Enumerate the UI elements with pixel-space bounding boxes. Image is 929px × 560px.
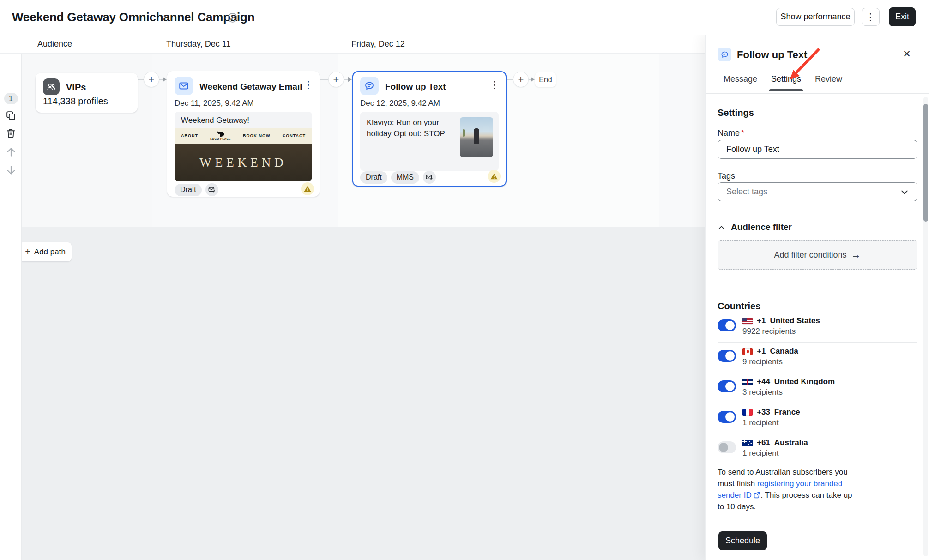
email-icon: [175, 77, 193, 95]
add-filter-label: Add filter conditions: [774, 250, 846, 260]
email-status-badge: Draft: [175, 184, 202, 196]
delete-icon[interactable]: [0, 127, 22, 139]
connector-arrow-icon: [163, 77, 166, 82]
logo-glyph-icon: [214, 131, 226, 137]
column-audience-label: Audience: [37, 39, 72, 49]
audience-filter-toggle[interactable]: Audience filter: [718, 222, 792, 232]
audience-filter-heading: Audience filter: [731, 222, 792, 232]
add-step-button[interactable]: +: [513, 72, 529, 87]
column-day2-label: Friday, Dec 12: [351, 39, 405, 49]
country-name: Australia: [774, 438, 808, 447]
campaign-builder-app: Weekend Getaway Omnichannel Campaign Sho…: [0, 0, 929, 560]
tab-settings[interactable]: Settings: [771, 74, 801, 91]
panel-scrollbar-thumb[interactable]: [923, 104, 928, 222]
audience-profiles-count: 114,338 profiles: [43, 96, 108, 107]
country-name: France: [774, 408, 800, 417]
country-toggle[interactable]: [718, 411, 736, 423]
schedule-button[interactable]: Schedule: [718, 531, 767, 550]
duplicate-icon[interactable]: [0, 110, 22, 121]
column-divider: [659, 35, 659, 54]
audience-people-icon: [43, 78, 60, 95]
audience-card-title: VIPs: [66, 82, 86, 93]
country-row-united-kingdom: +44 United Kingdom 3 recipients: [718, 377, 917, 403]
add-path-label: Add path: [34, 247, 66, 257]
close-icon[interactable]: ✕: [899, 47, 914, 61]
email-preview: Weekend Getaway! ABOUT LOGO PLACE BOOK N…: [175, 112, 312, 181]
panel-sms-chat-icon: [718, 48, 731, 61]
country-code: +44: [757, 377, 770, 386]
email-subject: Weekend Getaway!: [175, 112, 312, 128]
email-nav-about: ABOUT: [181, 133, 198, 138]
connector-arrow-icon: [531, 77, 534, 82]
page-title: Weekend Getaway Omnichannel Campaign: [12, 10, 254, 24]
name-input[interactable]: [718, 140, 917, 159]
section-divider: [718, 292, 917, 292]
tags-select[interactable]: [718, 182, 917, 201]
australia-sender-note: To send to Australian subscribers you mu…: [718, 466, 852, 512]
row-divider: [718, 434, 917, 434]
add-step-button[interactable]: +: [328, 72, 344, 87]
sms-mms-image: [460, 117, 493, 157]
sms-card-menu-icon[interactable]: ⋮: [488, 78, 501, 91]
exit-button[interactable]: Exit: [889, 7, 916, 26]
add-step-button[interactable]: +: [144, 72, 159, 87]
panel-tabs: Message Settings Review: [724, 74, 842, 91]
email-card-title: Weekend Getaway Email: [199, 82, 302, 92]
email-card-datetime: Dec 11, 2025, 9:42 AM: [175, 99, 254, 108]
countries-heading: Countries: [718, 301, 760, 312]
move-down-icon[interactable]: [0, 164, 22, 176]
country-code: +1: [757, 347, 766, 356]
country-row-united-states: +1 United States 9922 recipients: [718, 316, 917, 343]
connector-arrow-icon: [348, 77, 351, 82]
email-nav-contact: CONTACT: [283, 133, 306, 138]
ca-flag-icon: [742, 348, 753, 355]
country-recipients: 9 recipients: [742, 357, 783, 367]
audience-card-vips[interactable]: VIPs 114,338 profiles: [36, 73, 138, 113]
country-toggle[interactable]: [718, 319, 736, 331]
envelope-check-icon: [205, 183, 218, 196]
warning-icon: [301, 182, 314, 195]
message-settings-panel: Follow up Text ✕ Message Settings Review…: [705, 35, 929, 560]
country-name: United States: [770, 316, 820, 325]
warning-icon: [488, 170, 501, 183]
tab-message[interactable]: Message: [724, 74, 757, 91]
campaign-canvas: Audience Thursday, Dec 11 Friday, Dec 12…: [0, 35, 705, 560]
sms-card[interactable]: Follow up Text ⋮ Dec 12, 2025, 9:42 AM K…: [352, 71, 507, 187]
email-preview-nav: ABOUT LOGO PLACE BOOK NOW CONTACT: [175, 128, 312, 144]
end-node: End: [535, 72, 556, 87]
tabs-divider: [706, 93, 929, 94]
more-options-button[interactable]: ⋮: [862, 8, 880, 26]
add-path-button[interactable]: + Add path: [19, 242, 72, 261]
add-filter-conditions-button[interactable]: Add filter conditions →: [718, 240, 917, 270]
lane-toolbar: 1: [0, 54, 22, 560]
sms-card-datetime: Dec 12, 2025, 9:42 AM: [360, 99, 440, 108]
country-toggle[interactable]: [718, 350, 736, 362]
country-name: Canada: [770, 347, 798, 356]
sms-card-title: Follow up Text: [385, 82, 446, 92]
column-header-row: Audience Thursday, Dec 11 Friday, Dec 12: [0, 35, 705, 53]
column-day1-label: Thursday, Dec 11: [166, 39, 230, 49]
country-toggle[interactable]: [718, 441, 736, 453]
country-toggle[interactable]: [718, 380, 736, 392]
email-logo-label: LOGO PLACE: [210, 138, 231, 140]
row-divider: [718, 403, 917, 403]
column-divider: [338, 35, 338, 54]
footer-divider: [706, 519, 929, 519]
settings-heading: Settings: [718, 108, 754, 118]
arrow-right-icon: →: [851, 249, 861, 260]
required-marker: *: [741, 128, 744, 138]
lane-col-next: [659, 54, 705, 227]
email-card[interactable]: Weekend Getaway Email ⋮ Dec 11, 2025, 9:…: [167, 71, 320, 197]
panel-title: Follow up Text: [737, 49, 807, 61]
move-up-icon[interactable]: [0, 146, 22, 158]
name-field-label: Name*: [718, 128, 744, 138]
us-flag-icon: [742, 318, 753, 325]
lane-count-badge: 1: [0, 93, 22, 104]
row-divider: [718, 342, 917, 343]
email-card-menu-icon[interactable]: ⋮: [302, 78, 315, 91]
email-logo: LOGO PLACE: [210, 131, 231, 140]
show-performance-button[interactable]: Show performance: [776, 8, 855, 26]
fr-flag-icon: [742, 409, 753, 416]
tab-review[interactable]: Review: [815, 74, 842, 91]
country-code: +1: [757, 316, 766, 325]
